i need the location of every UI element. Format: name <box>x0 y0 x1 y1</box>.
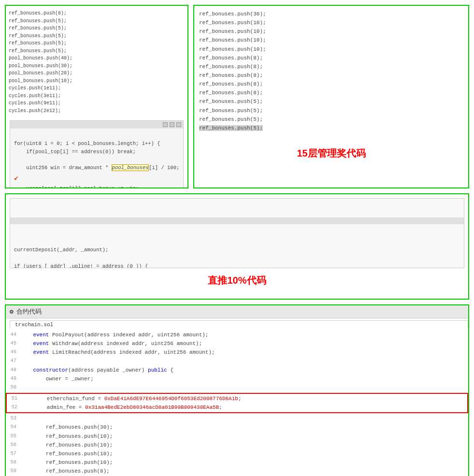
line-content-45: event Withdraw(address indexed addr, uin… <box>20 339 468 348</box>
line-num-44: 44 <box>6 331 20 339</box>
code-editor: 44 event PoolPayout(address indexed addr… <box>6 329 468 476</box>
middle-inner-window: currentDeposit(_addr, _amount); if (user… <box>10 198 464 268</box>
code-line-59: 59 ref_bonuses.push(8); <box>6 467 468 476</box>
line-num-51: 51 <box>7 394 21 403</box>
main-container: ref_bonuses.push(8); ref_bonuses.push(5)… <box>0 0 474 476</box>
line-content-46: event LimitReached(address indexed addr,… <box>20 348 468 357</box>
line-content-59: ref_bonuses.push(8); <box>20 467 468 476</box>
code-line-55: 55 ref_bonuses.push(10); <box>6 432 468 441</box>
code-line-57: 57 ref_bonuses.push(10); <box>6 449 468 458</box>
win-minimize-btn[interactable] <box>163 122 168 127</box>
line-num-52: 52 <box>7 403 21 411</box>
line-num-59: 59 <box>6 467 20 475</box>
bottom-header: ⚙ 合约代码 <box>6 305 468 318</box>
code-line-53: 53 <box>6 414 468 423</box>
line-num-47: 47 <box>6 357 20 365</box>
code-line-47: 47 <box>6 357 468 365</box>
line-num-58: 58 <box>6 458 20 466</box>
file-tab[interactable]: trxchain.sol <box>10 320 468 329</box>
line-num-55: 55 <box>6 432 20 440</box>
top-left-code-outer: ref_bonuses.push(8); ref_bonuses.push(5)… <box>6 8 187 116</box>
window-title-bar-middle <box>10 217 464 224</box>
code-line-49: 49 owner = _owner; <box>6 375 468 383</box>
line-content-50 <box>20 383 468 392</box>
line-num-48: 48 <box>6 366 20 374</box>
for-line: for(uint8 i = 0; i < pool_bonuses.length… <box>14 141 160 146</box>
middle-row-direct10pct: currentDeposit(_addr, _amount); if (user… <box>5 193 469 300</box>
bottom-row-contract: ⚙ 合约代码 trxchain.sol 44 event PoolPayout(… <box>5 304 469 476</box>
pool-bonuses-ref: pool_bonuses <box>112 164 149 171</box>
red-border-addresses: 51 etherchain_fund = 0xDaE41A6dE97E64469… <box>6 393 468 413</box>
line-content-55: ref_bonuses.push(10); <box>20 432 468 441</box>
line-num-49: 49 <box>6 375 20 383</box>
win-close-btn[interactable] <box>176 122 181 127</box>
panel-right-15layers: ref_bonuses.push(30); ref_bonuses.push(1… <box>193 5 469 188</box>
code-line-52: 52 admin_fee = 0x31aa4BedE2ebD80346acD8a… <box>7 403 467 412</box>
line-content-47 <box>20 357 468 365</box>
contract-code-header: 合约代码 <box>16 307 42 316</box>
code-line-51: 51 etherchain_fund = 0xDaE41A6dE97E64469… <box>7 394 467 403</box>
code-line-50: 50 <box>6 383 468 392</box>
code-line-45: 45 event Withdraw(address indexed addr, … <box>6 339 468 348</box>
line-content-44: event PoolPayout(address indexed addr, u… <box>20 331 468 339</box>
right-code-area: ref_bonuses.push(30); ref_bonuses.push(1… <box>194 6 468 143</box>
line-content-48: constructor(address payable _owner) publ… <box>20 366 468 375</box>
code-line-58: 58 ref_bonuses.push(10); <box>6 458 468 467</box>
line-content-49: owner = _owner; <box>20 375 468 383</box>
code-line-54: 54 ref_bonuses.push(30); <box>6 423 468 432</box>
label-15layers: 15层管理奖代码 <box>194 143 468 163</box>
inner-window-code: for(uint8 i = 0; i < pool_bonuses.length… <box>14 131 179 188</box>
line-content-57: ref_bonuses.push(10); <box>20 449 468 458</box>
line-num-56: 56 <box>6 441 20 449</box>
if-line: if(pool_top[i] == address(0)) break; <box>14 149 136 155</box>
line-content-53 <box>20 414 468 423</box>
win-maximize-btn[interactable] <box>170 122 174 127</box>
line-content-54: ref_bonuses.push(30); <box>20 423 468 432</box>
line-num-54: 54 <box>6 423 20 431</box>
line-content-51: etherchain_fund = 0xDaE41A6dE97E6446954D… <box>21 394 467 403</box>
line-num-45: 45 <box>6 339 20 347</box>
line-num-46: 46 <box>6 348 20 356</box>
code-line-44: 44 event PoolPayout(address indexed addr… <box>6 331 468 339</box>
line-content-58: ref_bonuses.push(10); <box>20 458 468 467</box>
code-line-56: 56 ref_bonuses.push(10); <box>6 441 468 449</box>
middle-code: currentDeposit(_addr, _amount); if (user… <box>14 246 460 268</box>
arrow-indicator: ↙ <box>14 173 19 182</box>
top-row: ref_bonuses.push(8); ref_bonuses.push(5)… <box>5 5 469 188</box>
window-title-bar-left <box>10 121 183 129</box>
win-line: uint256 win = draw_amount * pool_bonuses… <box>14 164 179 171</box>
inner-window-left: for(uint8 i = 0; i < pool_bonuses.length… <box>10 120 184 188</box>
gear-icon: ⚙ <box>10 308 14 316</box>
line-num-53: 53 <box>6 414 20 422</box>
line-num-50: 50 <box>6 383 20 391</box>
users-line: users[pool_top[i]].pool_bonus += win; <box>14 186 139 188</box>
last-ref-bonus-line: ref_bonuses.push(5); <box>199 125 263 131</box>
code-line-48: 48 constructor(address payable _owner) p… <box>6 366 468 375</box>
line-content-56: ref_bonuses.push(10); <box>20 441 468 449</box>
panel-left-daily-top4: ref_bonuses.push(8); ref_bonuses.push(5)… <box>5 5 188 188</box>
line-num-57: 57 <box>6 449 20 458</box>
line-content-52: admin_fee = 0x31aa4BedE2ebD80346acD8a01B… <box>21 403 467 412</box>
label-direct10pct: 直推10%代码 <box>6 272 468 289</box>
pool-bonuses-highlighted: pool_bonuses.push(40); pool_bonuses.push… <box>9 56 72 84</box>
code-line-46: 46 event LimitReached(address indexed ad… <box>6 348 468 357</box>
